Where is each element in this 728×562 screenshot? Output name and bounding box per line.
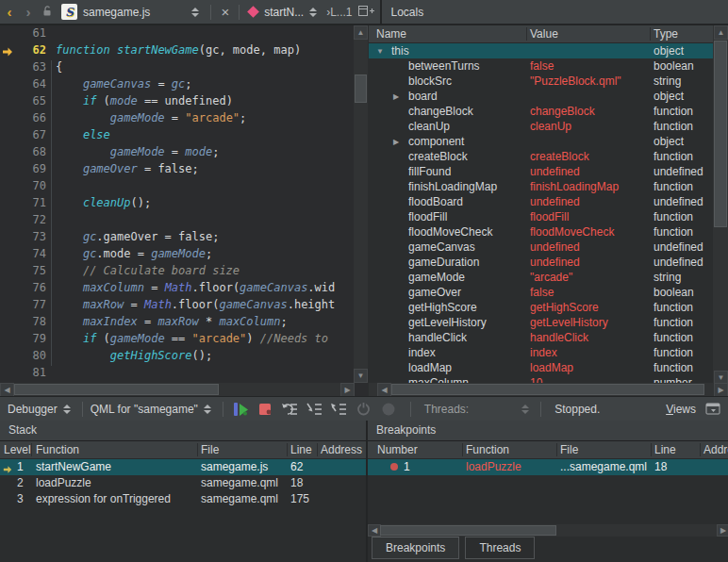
- line-indicator[interactable]: ›L...1: [326, 6, 352, 19]
- locals-row[interactable]: gameOverfalseboolean: [369, 285, 713, 300]
- breakpoint-margin[interactable]: [0, 247, 15, 264]
- split-editor-icon[interactable]: [358, 5, 374, 20]
- scroll-left-icon[interactable]: ◀: [0, 383, 14, 396]
- continue-button[interactable]: [232, 401, 251, 418]
- locals-row[interactable]: changeBlockchangeBlockfunction: [369, 104, 713, 119]
- locals-row[interactable]: blockSrc"PuzzleBlock.qml"string: [369, 74, 713, 89]
- execution-pointer-icon[interactable]: [0, 43, 15, 60]
- breakpoint-margin[interactable]: [0, 145, 15, 162]
- code-editor[interactable]: 6162function startNewGame(gc, mode, map)…: [0, 25, 368, 396]
- locals-row[interactable]: cleanUpcleanUpfunction: [369, 119, 713, 134]
- code-line[interactable]: 76 maxColumn = Math.floor(gameCanvas.wid: [0, 281, 354, 298]
- locals-row[interactable]: ▶boardobject: [369, 89, 713, 104]
- breakpoint-margin[interactable]: [0, 332, 15, 349]
- symbol-dropdown-icon[interactable]: [309, 8, 317, 17]
- locals-row[interactable]: getLevelHistorygetLevelHistoryfunction: [369, 315, 713, 330]
- symbol-selector[interactable]: startN...: [264, 6, 304, 19]
- breakpoint-margin[interactable]: [0, 196, 15, 213]
- locals-horizontal-scrollbar[interactable]: ◀ ▶: [369, 383, 728, 396]
- code-line[interactable]: 63{: [0, 60, 354, 77]
- step-over-icon[interactable]: [281, 401, 300, 418]
- scroll-right-icon[interactable]: ▶: [714, 383, 728, 396]
- expander-icon[interactable]: ▶: [393, 135, 399, 150]
- locals-row[interactable]: ▼thisobject: [369, 43, 713, 58]
- views-menu-icon[interactable]: [705, 403, 720, 418]
- code-line[interactable]: 71 cleanUp();: [0, 196, 354, 213]
- locals-row[interactable]: fillFoundundefinedundefined: [369, 164, 713, 179]
- debugger-dropdown-icon[interactable]: [63, 405, 71, 414]
- breakpoint-margin[interactable]: [0, 26, 15, 43]
- editor-horizontal-scrollbar[interactable]: ◀ ▶: [0, 383, 355, 396]
- debugger-menu[interactable]: Debugger: [8, 403, 58, 416]
- breakpoint-margin[interactable]: [0, 298, 15, 315]
- scroll-right-icon[interactable]: ▶: [340, 383, 355, 396]
- locals-row[interactable]: gameCanvasundefinedundefined: [369, 240, 713, 255]
- code-line[interactable]: 65 if (mode == undefined): [0, 94, 354, 111]
- locals-row[interactable]: gameDurationundefinedundefined: [369, 255, 713, 270]
- editor-vertical-scrollbar[interactable]: ▲ ▼: [354, 25, 368, 383]
- code-line[interactable]: 74 gc.mode = gameMode;: [0, 247, 354, 264]
- scroll-up-icon[interactable]: ▲: [354, 25, 368, 40]
- back-icon[interactable]: ‹: [0, 4, 19, 20]
- forward-icon[interactable]: ›: [19, 4, 38, 20]
- open-file-name[interactable]: samegame.js: [83, 6, 150, 19]
- expander-icon[interactable]: ▶: [393, 90, 399, 105]
- code-line[interactable]: 79 if (gameMode == "arcade") //Needs to: [0, 332, 354, 349]
- breakpoint-margin[interactable]: [0, 94, 15, 111]
- code-line[interactable]: 62function startNewGame(gc, mode, map): [0, 43, 354, 60]
- locals-row[interactable]: floodMoveCheckfloodMoveCheckfunction: [369, 224, 713, 240]
- code-line[interactable]: 78 maxIndex = maxRow * maxColumn;: [0, 315, 354, 332]
- breakpoint-margin[interactable]: [0, 281, 15, 298]
- scroll-down-icon[interactable]: ▼: [354, 369, 368, 383]
- breakpoint-margin[interactable]: [0, 111, 15, 128]
- stack-row[interactable]: 1startNewGamesamegame.js62: [0, 459, 366, 475]
- code-line[interactable]: 64 gameCanvas = gc;: [0, 77, 354, 94]
- stop-button[interactable]: [256, 401, 275, 418]
- breakpoint-margin[interactable]: [0, 230, 15, 247]
- code-line[interactable]: 73 gc.gameOver = false;: [0, 230, 354, 247]
- code-line[interactable]: 70: [0, 179, 354, 196]
- breakpoint-margin[interactable]: [0, 349, 15, 366]
- locals-row[interactable]: betweenTurnsfalseboolean: [369, 58, 713, 74]
- locals-row[interactable]: getHighScoregetHighScorefunction: [369, 300, 713, 315]
- breakpoint-margin[interactable]: [0, 128, 15, 145]
- scroll-left-icon[interactable]: ◀: [377, 383, 391, 396]
- code-line[interactable]: 75 // Calculate board size: [0, 264, 354, 281]
- tab-threads[interactable]: Threads: [465, 537, 535, 559]
- locals-vertical-scrollbar[interactable]: ▲ ▼: [713, 25, 728, 385]
- scroll-up-icon[interactable]: ▲: [714, 25, 728, 40]
- stack-row[interactable]: 2loadPuzzlesamegame.qml18: [0, 475, 366, 491]
- locals-row[interactable]: finishLoadingMapfinishLoadingMapfunction: [369, 179, 713, 194]
- code-line[interactable]: 66 gameMode = "arcade";: [0, 111, 354, 128]
- breakpoint-margin[interactable]: [0, 162, 15, 179]
- breakpoint-row[interactable]: 1loadPuzzle...samegame.qml18: [368, 459, 728, 475]
- code-line[interactable]: 61: [0, 26, 354, 43]
- code-line[interactable]: 68 gameMode = mode;: [0, 145, 354, 162]
- code-line[interactable]: 80 getHighScore();: [0, 349, 354, 366]
- breakpoint-margin[interactable]: [0, 315, 15, 332]
- engine-dropdown-icon[interactable]: [204, 405, 211, 414]
- breakpoint-margin[interactable]: [0, 366, 15, 383]
- code-line[interactable]: 69 gameOver = false;: [0, 162, 354, 179]
- file-dropdown-icon[interactable]: [191, 8, 199, 17]
- views-menu[interactable]: Views: [666, 403, 696, 416]
- breakpoint-margin[interactable]: [0, 213, 15, 230]
- code-line[interactable]: 72: [0, 213, 354, 230]
- locals-row[interactable]: loadMaploadMapfunction: [369, 360, 713, 375]
- locals-row[interactable]: ▶componentobject: [369, 134, 713, 149]
- step-into-icon[interactable]: [306, 401, 324, 418]
- breakpoint-margin[interactable]: [0, 60, 15, 77]
- locals-row[interactable]: createBlockcreateBlockfunction: [369, 149, 713, 164]
- step-out-icon[interactable]: [330, 401, 349, 418]
- breakpoint-margin[interactable]: [0, 77, 15, 94]
- expander-icon[interactable]: ▼: [376, 44, 384, 59]
- locals-row[interactable]: indexindexfunction: [369, 345, 713, 360]
- stack-row[interactable]: 3expression for onTriggeredsamegame.qml1…: [0, 491, 366, 507]
- code-line[interactable]: 81: [0, 366, 354, 383]
- breakpoint-margin[interactable]: [0, 179, 15, 196]
- code-line[interactable]: 77 maxRow = Math.floor(gameCanvas.height: [0, 298, 354, 315]
- tab-breakpoints[interactable]: Breakpoints: [372, 537, 459, 559]
- engine-selector[interactable]: QML for "samegame": [91, 403, 198, 416]
- locals-row[interactable]: floodFillfloodFillfunction: [369, 209, 713, 224]
- locals-row[interactable]: gameMode"arcade"string: [369, 270, 713, 285]
